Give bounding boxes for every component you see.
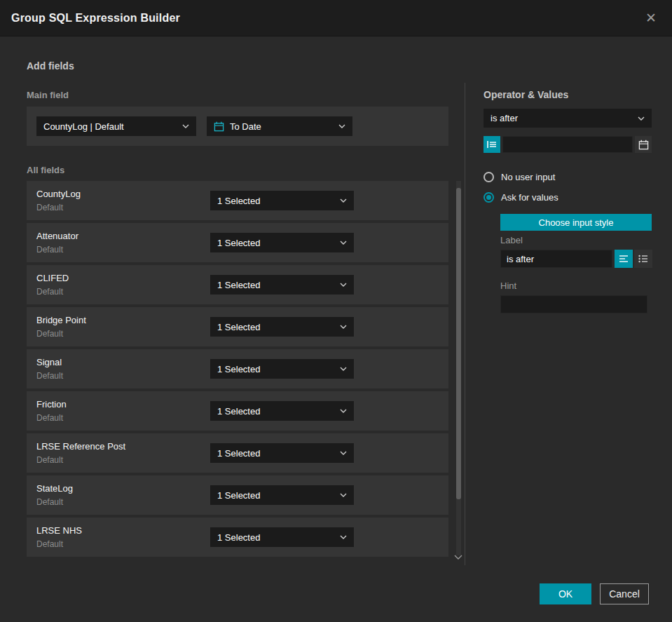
- main-field-select[interactable]: CountyLog | Default: [36, 116, 196, 136]
- dialog-title: Group SQL Expression Builder: [11, 12, 180, 25]
- all-fields-label: All fields: [27, 165, 64, 175]
- hint-input[interactable]: [500, 295, 647, 313]
- chevron-down-icon: [338, 124, 345, 128]
- label-caption: Label: [500, 235, 523, 245]
- field-name: Attenuator: [36, 231, 78, 241]
- field-selection-value: 1 Selected: [217, 406, 260, 417]
- column-divider: [465, 83, 465, 565]
- value-input[interactable]: [502, 136, 633, 153]
- field-sublabel: Default: [36, 245, 63, 255]
- chevron-down-icon: [340, 493, 347, 497]
- field-selection-value: 1 Selected: [217, 238, 260, 248]
- field-row: LRSE Reference Post Default 1 Selected: [27, 433, 448, 473]
- field-selection-value: 1 Selected: [217, 280, 260, 290]
- operator-values-heading: Operator & Values: [484, 89, 568, 100]
- field-selection-dropdown[interactable]: 1 Selected: [210, 317, 354, 337]
- field-selection-dropdown[interactable]: 1 Selected: [210, 359, 354, 379]
- field-name: Friction: [36, 399, 67, 410]
- field-selection-dropdown[interactable]: 1 Selected: [210, 485, 354, 505]
- field-sublabel: Default: [36, 455, 63, 465]
- list-scrollbar-track[interactable]: [456, 181, 461, 555]
- chevron-down-icon: [182, 124, 189, 128]
- chevron-down-icon: [340, 241, 347, 245]
- dialog-header: Group SQL Expression Builder ✕: [0, 0, 672, 36]
- ask-for-values-label: Ask for values: [501, 192, 558, 203]
- field-name: Signal: [36, 357, 62, 367]
- chevron-down-icon: [340, 409, 347, 413]
- field-selection-dropdown[interactable]: 1 Selected: [210, 191, 354, 210]
- field-row: CountyLog Default 1 Selected: [27, 181, 448, 220]
- field-row: LRSE NHS Default 1 Selected: [27, 518, 448, 557]
- field-name: LRSE NHS: [36, 525, 82, 536]
- field-name: Bridge Point: [36, 315, 86, 325]
- field-name: CLIFED: [36, 273, 69, 283]
- list-scrollbar-thumb[interactable]: [456, 188, 461, 499]
- field-sublabel: Default: [36, 371, 63, 381]
- field-selection-value: 1 Selected: [217, 490, 260, 501]
- field-selection-value: 1 Selected: [217, 196, 260, 206]
- operator-select[interactable]: is after: [484, 109, 652, 128]
- chevron-down-icon: [340, 325, 347, 329]
- chevron-down-icon: [340, 198, 347, 203]
- no-user-input-radio[interactable]: No user input: [484, 172, 555, 182]
- field-row: Attenuator Default 1 Selected: [27, 223, 448, 262]
- main-field-panel: CountyLog | Default To Date: [27, 107, 448, 146]
- add-fields-heading: Add fields: [27, 60, 74, 72]
- field-row: CLIFED Default 1 Selected: [27, 265, 448, 304]
- field-name: CountyLog: [36, 189, 81, 199]
- chevron-down-icon: [638, 116, 645, 121]
- field-selection-dropdown[interactable]: 1 Selected: [210, 401, 354, 421]
- radio-unchecked-icon: [484, 172, 494, 182]
- field-selection-dropdown[interactable]: 1 Selected: [210, 443, 354, 463]
- cancel-button[interactable]: Cancel: [600, 583, 649, 604]
- field-row: Friction Default 1 Selected: [27, 391, 448, 431]
- main-field-label: Main field: [27, 90, 69, 100]
- field-sublabel: Default: [36, 539, 63, 549]
- field-selection-value: 1 Selected: [217, 448, 260, 459]
- field-row: Signal Default 1 Selected: [27, 349, 448, 388]
- calendar-icon: [214, 121, 224, 132]
- main-field-select-value: CountyLog | Default: [43, 121, 124, 132]
- field-selection-dropdown[interactable]: 1 Selected: [210, 233, 354, 252]
- field-name: StateLog: [36, 483, 73, 494]
- field-selection-value: 1 Selected: [217, 322, 260, 332]
- chevron-down-icon: [340, 283, 347, 287]
- list-icon[interactable]: [634, 250, 652, 268]
- close-icon[interactable]: ✕: [641, 8, 661, 28]
- chevron-down-icon: [340, 451, 347, 455]
- operator-select-value: is after: [491, 113, 518, 123]
- hint-caption: Hint: [500, 280, 516, 291]
- chevron-down-icon: [340, 535, 347, 539]
- choose-input-style-button[interactable]: Choose input style: [500, 214, 652, 231]
- label-input[interactable]: [500, 250, 612, 268]
- no-user-input-label: No user input: [501, 172, 555, 182]
- field-selection-value: 1 Selected: [217, 532, 260, 543]
- field-sublabel: Default: [36, 329, 63, 339]
- calendar-icon[interactable]: [635, 136, 652, 153]
- date-field-select-value: To Date: [230, 121, 261, 132]
- field-sublabel: Default: [36, 497, 63, 507]
- ask-for-values-radio[interactable]: Ask for values: [484, 192, 558, 203]
- align-left-icon[interactable]: [615, 250, 633, 268]
- input-type-icon[interactable]: [484, 136, 500, 153]
- date-field-select[interactable]: To Date: [207, 116, 352, 136]
- chevron-down-icon: [340, 367, 347, 371]
- field-selection-value: 1 Selected: [217, 364, 260, 374]
- field-sublabel: Default: [36, 413, 63, 423]
- ok-button[interactable]: OK: [540, 583, 591, 604]
- group-sql-expression-builder-dialog: Group SQL Expression Builder ✕ Add field…: [0, 0, 672, 622]
- field-selection-dropdown[interactable]: 1 Selected: [210, 275, 354, 295]
- field-sublabel: Default: [36, 203, 63, 212]
- field-selection-dropdown[interactable]: 1 Selected: [210, 527, 354, 547]
- scrollbar-chevron-down-icon[interactable]: [453, 553, 464, 561]
- radio-checked-icon: [484, 192, 494, 203]
- field-sublabel: Default: [36, 287, 63, 297]
- field-row: Bridge Point Default 1 Selected: [27, 307, 448, 346]
- field-row: StateLog Default 1 Selected: [27, 475, 448, 515]
- field-name: LRSE Reference Post: [36, 441, 125, 452]
